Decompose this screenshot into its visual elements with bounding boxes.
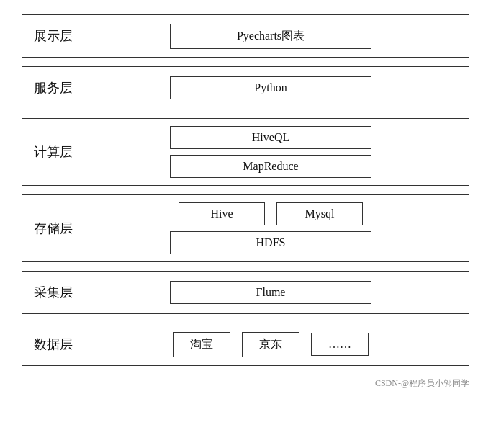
- watermark: CSDN-@程序员小郭同学: [22, 377, 469, 390]
- flume-box: Flume: [170, 281, 371, 304]
- compute-layer-label: 计算层: [34, 143, 84, 161]
- collection-layer-label: 采集层: [34, 284, 84, 301]
- mapreduce-box: MapReduce: [170, 155, 371, 178]
- storage-row-1: HDFS: [84, 231, 457, 254]
- compute-layer: 计算层 HiveQL MapReduce: [22, 118, 469, 186]
- pyecharts-box: Pyecharts图表: [170, 24, 371, 49]
- compute-layer-content: HiveQL MapReduce: [84, 126, 457, 178]
- display-layer-label: 展示层: [34, 27, 84, 45]
- dots-box: ……: [311, 333, 369, 356]
- compute-row-1: MapReduce: [84, 155, 457, 178]
- hive-box: Hive: [179, 202, 265, 225]
- display-layer-content: Pyecharts图表: [84, 24, 457, 49]
- service-layer: 服务层 Python: [22, 66, 469, 109]
- data-layer: 数据层 淘宝 京东 ……: [22, 323, 469, 366]
- collection-layer-content: Flume: [84, 281, 457, 304]
- architecture-diagram: 展示层 Pyecharts图表 服务层 Python 计算层 HiveQL Ma…: [22, 14, 469, 390]
- service-layer-label: 服务层: [34, 79, 84, 97]
- display-layer: 展示层 Pyecharts图表: [22, 14, 469, 58]
- jd-box: 京东: [242, 332, 299, 357]
- hiveql-box: HiveQL: [170, 126, 371, 149]
- display-row-0: Pyecharts图表: [84, 24, 457, 49]
- data-layer-label: 数据层: [34, 336, 84, 353]
- storage-layer-content: Hive Mysql HDFS: [84, 202, 457, 254]
- storage-layer: 存储层 Hive Mysql HDFS: [22, 194, 469, 262]
- service-layer-content: Python: [84, 76, 457, 99]
- taobao-box: 淘宝: [173, 332, 230, 357]
- mysql-box: Mysql: [276, 202, 363, 225]
- collection-row-0: Flume: [84, 281, 457, 304]
- storage-row-0: Hive Mysql: [84, 202, 457, 225]
- service-row-0: Python: [84, 76, 457, 99]
- python-box: Python: [170, 76, 371, 99]
- data-row-0: 淘宝 京东 ……: [84, 332, 457, 357]
- collection-layer: 采集层 Flume: [22, 271, 469, 314]
- hdfs-box: HDFS: [170, 231, 371, 254]
- data-layer-content: 淘宝 京东 ……: [84, 332, 457, 357]
- compute-row-0: HiveQL: [84, 126, 457, 149]
- storage-layer-label: 存储层: [34, 220, 84, 237]
